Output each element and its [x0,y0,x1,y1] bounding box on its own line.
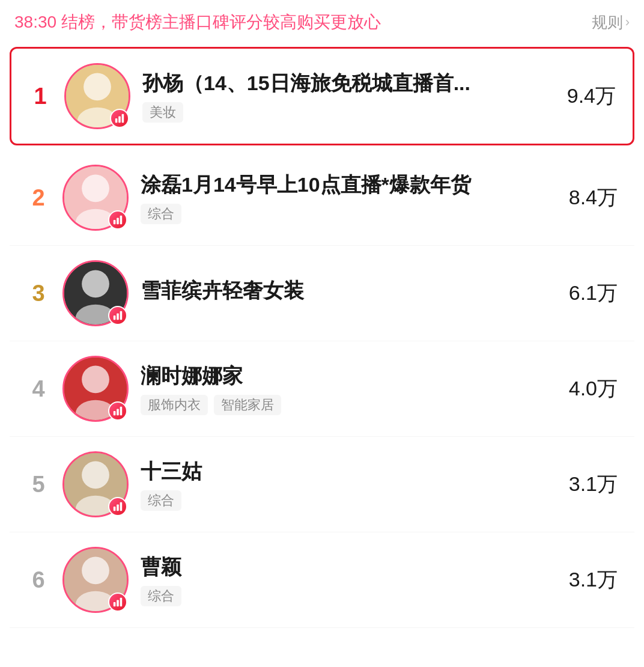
rank-score: 6.1万 [569,279,618,307]
header-subtitle: 38:30 结榜，带货榜主播口碑评分较高购买更放心 [14,11,381,34]
rank-number: 3 [24,281,53,306]
rank-number: 2 [24,185,53,211]
svg-point-19 [82,366,109,394]
svg-rect-10 [117,218,119,224]
svg-point-1 [84,73,111,101]
rank-item-2[interactable]: 2 涂磊1月14号早上10点直播*爆款年货 综合 8.4万 [10,150,634,246]
bar-chart-icon [108,401,127,421]
svg-point-25 [82,461,109,489]
rank-score: 4.0万 [569,375,618,403]
avatar-wrap [62,356,129,422]
rank-tags: 综合 [141,586,559,606]
avatar-wrap [64,63,130,129]
bar-chart-icon [108,210,127,230]
rank-tag: 智能家居 [214,395,281,415]
rank-number: 5 [24,472,53,498]
svg-rect-29 [120,502,123,511]
rank-tag: 服饰内衣 [141,395,208,415]
rank-score: 8.4万 [569,184,618,212]
svg-point-13 [82,270,109,298]
rank-name: 孙杨（14、15日海旅免税城直播首... [142,70,557,96]
rank-item-1[interactable]: 1 孙杨（14、15日海旅免税城直播首... 美妆 9.4万 [10,47,634,145]
rank-item-3[interactable]: 3 雪菲缤卉轻奢女装 6.1万 [10,246,634,341]
rank-item-4[interactable]: 4 澜时娜娜家 服饰内衣智能家居 4.0万 [10,341,634,437]
svg-rect-17 [120,311,123,320]
svg-rect-34 [117,600,119,606]
svg-rect-23 [120,407,123,415]
rank-tags: 综合 [141,204,559,224]
svg-rect-15 [114,315,116,320]
svg-rect-35 [120,598,123,606]
svg-rect-4 [118,116,121,123]
svg-rect-3 [115,118,118,123]
svg-rect-27 [114,507,116,511]
bar-chart-icon [110,109,129,128]
svg-rect-33 [114,602,116,606]
avatar-wrap [62,165,129,231]
bar-chart-icon [108,497,127,516]
rank-number: 4 [24,376,53,402]
rank-score: 3.1万 [569,471,618,498]
rank-name: 曹颖 [141,553,559,580]
rank-tag: 综合 [141,204,181,224]
rank-tags: 美妆 [142,102,557,123]
svg-rect-5 [122,114,124,123]
svg-rect-11 [120,216,123,224]
rank-name: 澜时娜娜家 [141,362,559,389]
svg-rect-28 [117,504,119,511]
rank-content: 雪菲缤卉轻奢女装 [141,277,559,309]
rank-tag: 美妆 [142,102,183,123]
bar-chart-icon [108,306,127,325]
header-bar: 38:30 结榜，带货榜主播口碑评分较高购买更放心 规则 › [0,0,644,42]
rank-number: 1 [26,84,55,109]
rank-tag: 综合 [141,586,181,606]
chevron-right-icon: › [625,14,630,30]
rank-tags: 服饰内衣智能家居 [141,395,559,415]
svg-rect-21 [114,411,116,415]
rank-score: 3.1万 [569,566,618,594]
rank-item-5[interactable]: 5 十三姑 综合 3.1万 [10,437,634,532]
rank-name: 十三姑 [141,458,559,484]
avatar-wrap [62,451,129,517]
svg-rect-16 [117,313,119,320]
svg-rect-22 [117,409,119,415]
rank-number: 6 [24,567,53,593]
rank-content: 孙杨（14、15日海旅免税城直播首... 美妆 [142,70,557,123]
svg-rect-9 [114,220,116,224]
rank-content: 十三姑 综合 [141,458,559,511]
rank-score: 9.4万 [567,82,616,110]
rank-item-6[interactable]: 6 曹颖 综合 3.1万 [10,532,634,628]
avatar-wrap [62,260,129,326]
svg-point-7 [82,175,109,203]
rank-list: 1 孙杨（14、15日海旅免税城直播首... 美妆 9.4万 2 [0,47,644,640]
rules-link[interactable]: 规则 › [592,12,630,33]
bar-chart-icon [108,592,127,612]
rank-tag: 综合 [141,490,181,511]
avatar-wrap [62,547,129,613]
rank-name: 涂磊1月14号早上10点直播*爆款年货 [141,171,559,198]
rank-content: 曹颖 综合 [141,553,559,606]
rank-content: 澜时娜娜家 服饰内衣智能家居 [141,362,559,415]
rank-name: 雪菲缤卉轻奢女装 [141,277,559,303]
rank-content: 涂磊1月14号早上10点直播*爆款年货 综合 [141,171,559,224]
svg-point-31 [82,557,109,585]
rank-tags: 综合 [141,490,559,511]
rules-label: 规则 [592,12,623,33]
